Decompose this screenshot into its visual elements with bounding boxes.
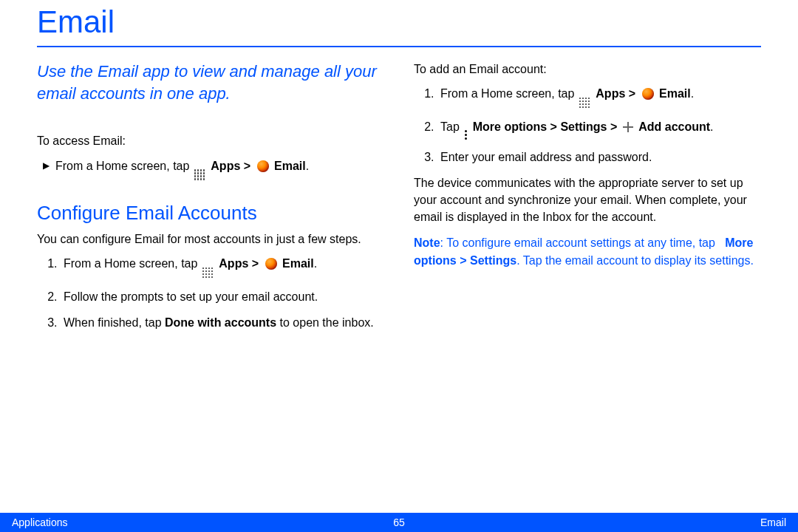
period: . [710, 120, 713, 133]
configure-intro: You can configure Email for most account… [37, 231, 384, 248]
plus-icon [623, 122, 633, 132]
footer-left: Applications [12, 516, 68, 528]
add-step-1: From a Home screen, tap Apps > Email. [437, 85, 761, 109]
access-step-prefix: From a Home screen, tap [55, 160, 193, 172]
note-paragraph: Note: To configure email account setting… [414, 234, 761, 268]
add-step-3: Enter your email address and password. [437, 149, 761, 166]
sync-paragraph: The device communicates with the appropr… [414, 174, 761, 226]
note-label: Note [414, 236, 440, 249]
step1-prefix: From a Home screen, tap [64, 257, 201, 270]
configure-heading: Configure Email Accounts [37, 202, 384, 225]
right-column: To add an Email account: From a Home scr… [414, 61, 761, 340]
configure-steps: From a Home screen, tap Apps > Email. Fo… [37, 255, 384, 331]
add-step-2: Tap More options > Settings > Add accoun… [437, 118, 761, 140]
page-footer: Applications 65 Email [0, 513, 798, 532]
add1-email: Email [659, 87, 691, 100]
email-label: Email [274, 160, 306, 172]
period: . [314, 257, 317, 270]
triangle-bullet-icon: ▶ [43, 157, 50, 174]
apps-label: Apps > [211, 160, 253, 172]
period: . [691, 87, 694, 100]
access-step: ▶ From a Home screen, tap Apps > Email. [43, 157, 384, 182]
note-suffix: . Tap the email account to display its s… [516, 254, 754, 267]
apps-grid-icon [194, 169, 206, 181]
add-steps: From a Home screen, tap Apps > Email. Ta… [414, 85, 761, 166]
configure-step-1: From a Home screen, tap Apps > Email. [61, 255, 384, 279]
access-step-text: From a Home screen, tap Apps > Email. [55, 157, 309, 182]
note-prefix: : To configure email account settings at… [440, 236, 719, 249]
step3-bold: Done with accounts [165, 316, 276, 329]
left-column: Use the Email app to view and manage all… [37, 61, 384, 340]
intro-text: Use the Email app to view and manage all… [37, 61, 384, 104]
add-lead: To add an Email account: [414, 61, 761, 78]
apps-grid-icon [579, 98, 591, 109]
manual-page: Email Use the Email app to view and mana… [0, 0, 798, 532]
footer-right: Email [760, 516, 786, 528]
access-lead: To access Email: [37, 132, 384, 149]
email-app-icon [257, 160, 269, 172]
add1-prefix: From a Home screen, tap [440, 87, 578, 100]
more-options-icon [465, 130, 467, 140]
step1-email: Email [282, 257, 314, 270]
content-columns: Use the Email app to view and manage all… [37, 61, 761, 340]
add2-more: More options > Settings > [473, 120, 621, 133]
step1-apps: Apps > [219, 257, 262, 270]
email-app-icon [642, 88, 654, 100]
period: . [306, 160, 309, 172]
apps-grid-icon [202, 267, 214, 279]
configure-step-3: When finished, tap Done with accounts to… [61, 314, 384, 331]
configure-step-2: Follow the prompts to set up your email … [61, 288, 384, 305]
add2-prefix: Tap [440, 120, 463, 133]
email-app-icon [265, 258, 277, 270]
step3-prefix: When finished, tap [64, 316, 165, 329]
step3-suffix: to open the inbox. [276, 316, 374, 329]
page-title: Email [37, 0, 761, 47]
add1-apps: Apps > [596, 87, 638, 100]
footer-page-number: 65 [393, 516, 405, 528]
add2-add: Add account [638, 120, 710, 133]
